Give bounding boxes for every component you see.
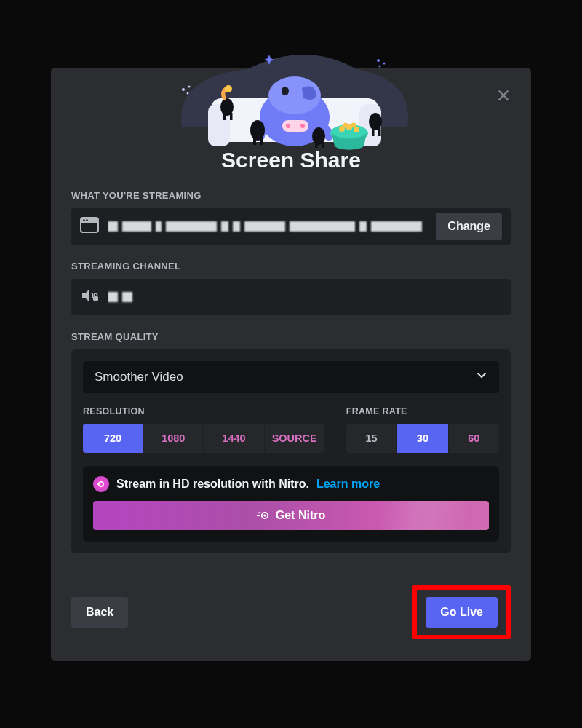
resolution-option-720[interactable]: 720 — [83, 424, 143, 453]
hero-illustration — [51, 47, 531, 142]
stream-quality-panel: Smoother Video RESOLUTION 720 1080 1440 … — [71, 349, 511, 553]
svg-rect-43 — [257, 515, 260, 516]
svg-rect-44 — [258, 512, 261, 513]
back-button[interactable]: Back — [71, 597, 128, 628]
svg-point-1 — [383, 62, 386, 64]
svg-rect-22 — [253, 138, 256, 145]
svg-rect-29 — [378, 127, 381, 136]
resolution-option-source[interactable]: SOURCE — [265, 424, 324, 453]
nitro-learn-more-link[interactable]: Learn more — [316, 478, 380, 491]
speaker-locked-icon — [80, 288, 99, 306]
stream-quality-label: STREAM QUALITY — [71, 331, 511, 342]
svg-rect-28 — [372, 127, 375, 136]
svg-point-19 — [343, 122, 348, 127]
svg-point-14 — [300, 124, 305, 128]
svg-point-42 — [263, 514, 266, 516]
resolution-option-1080[interactable]: 1080 — [143, 424, 204, 453]
resolution-segmented: 720 1080 1440 SOURCE — [83, 424, 324, 453]
framerate-option-60[interactable]: 60 — [449, 424, 499, 453]
quality-preset-dropdown[interactable]: Smoother Video — [83, 361, 499, 393]
go-live-highlight: Go Live — [412, 585, 511, 639]
framerate-option-15[interactable]: 15 — [346, 424, 397, 453]
svg-point-0 — [377, 59, 380, 62]
resolution-label: RESOLUTION — [83, 406, 324, 416]
svg-point-21 — [250, 120, 265, 141]
change-source-button[interactable]: Change — [436, 213, 502, 240]
svg-point-20 — [351, 122, 356, 127]
resolution-group: RESOLUTION 720 1080 1440 SOURCE — [83, 406, 324, 453]
svg-point-33 — [225, 85, 232, 92]
svg-point-13 — [286, 124, 290, 128]
get-nitro-button[interactable]: Get Nitro — [93, 501, 489, 530]
nitro-upsell: Stream in HD resolution with Nitro. Lear… — [83, 466, 499, 542]
nitro-icon — [257, 510, 270, 521]
streaming-source-row: Change — [71, 208, 511, 245]
svg-rect-32 — [230, 113, 233, 120]
streaming-channel-row[interactable] — [71, 279, 511, 315]
svg-point-37 — [86, 219, 88, 221]
svg-point-5 — [187, 92, 189, 94]
streaming-channel-value — [108, 289, 502, 305]
get-nitro-label: Get Nitro — [276, 509, 325, 522]
framerate-segmented: 15 30 60 — [346, 424, 499, 453]
svg-rect-26 — [322, 142, 324, 148]
svg-point-2 — [379, 65, 381, 67]
framerate-option-30[interactable]: 30 — [397, 424, 448, 453]
resolution-option-1440[interactable]: 1440 — [204, 424, 264, 453]
svg-point-3 — [182, 88, 185, 91]
svg-rect-23 — [260, 138, 263, 145]
svg-point-39 — [99, 481, 103, 486]
svg-point-36 — [83, 219, 85, 221]
streaming-channel-label: STREAMING CHANNEL — [71, 261, 511, 272]
nitro-badge-icon — [93, 476, 109, 492]
streaming-source-value — [108, 218, 428, 234]
nitro-upsell-text: Stream in HD resolution with Nitro. — [116, 478, 309, 491]
quality-preset-value: Smoother Video — [95, 370, 183, 384]
svg-rect-31 — [223, 113, 226, 120]
svg-point-11 — [282, 87, 289, 95]
screen-share-modal: Screen Share WHAT YOU'RE STREAMING Chang… — [51, 68, 531, 661]
framerate-group: FRAME RATE 15 30 60 — [346, 406, 499, 453]
streaming-source-label: WHAT YOU'RE STREAMING — [71, 190, 511, 201]
framerate-label: FRAME RATE — [346, 406, 499, 416]
chevron-down-icon — [476, 369, 487, 384]
modal-footer: Back Go Live — [51, 568, 531, 646]
svg-point-4 — [188, 85, 191, 87]
svg-rect-25 — [315, 142, 318, 148]
svg-rect-40 — [97, 483, 99, 485]
app-window-icon — [80, 217, 99, 236]
go-live-button[interactable]: Go Live — [426, 597, 498, 628]
svg-rect-38 — [93, 296, 98, 301]
